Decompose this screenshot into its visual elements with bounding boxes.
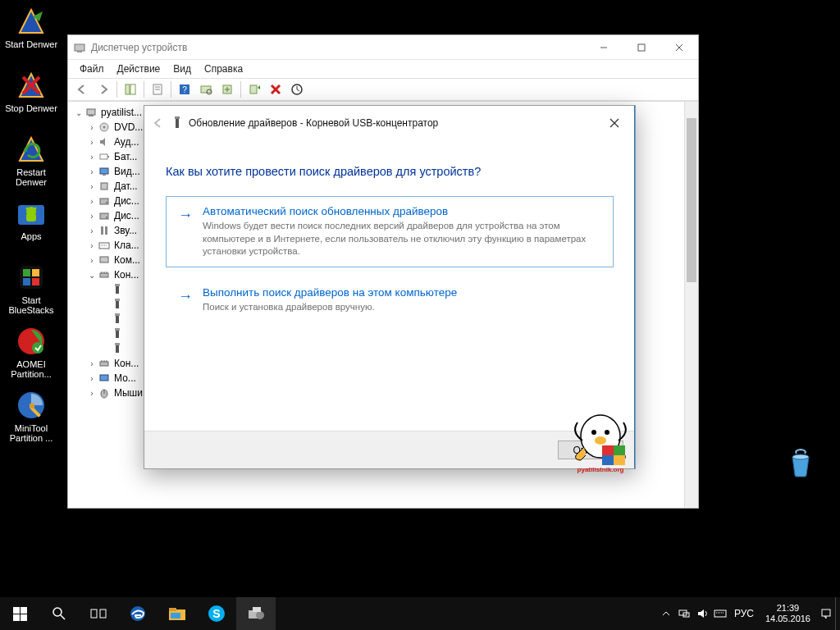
cancel-button[interactable]: Отмена — [558, 441, 623, 459]
disk-icon — [98, 209, 111, 222]
svg-rect-43 — [107, 156, 109, 158]
desktop-icon-label: MiniTool Partition ... — [0, 423, 62, 443]
svg-rect-49 — [100, 213, 108, 219]
display-icon — [98, 165, 111, 178]
show-hide-tree-button[interactable] — [121, 80, 140, 99]
svg-rect-68 — [116, 345, 119, 353]
controller-icon — [98, 357, 111, 370]
svg-point-48 — [106, 202, 107, 203]
svg-rect-62 — [116, 300, 119, 308]
start-denwer-icon — [15, 5, 48, 38]
menu-help[interactable]: Справка — [198, 62, 249, 76]
tree-node-label: Кла... — [114, 240, 139, 251]
desktop-icons-column: Start DenwerStop DenwerRestart DenwerApp… — [0, 0, 66, 448]
update-driver-button[interactable] — [217, 80, 237, 99]
svg-rect-51 — [101, 226, 103, 235]
desktop-icon-stop-denwer[interactable]: Stop Denwer — [0, 64, 62, 128]
desktop-icon-start-bluestacks[interactable]: Start BlueStacks — [0, 256, 62, 320]
recycle-bin[interactable]: Корзина — [769, 447, 832, 495]
tray-notifications-icon[interactable] — [817, 597, 835, 630]
tray-devices-icon[interactable] — [675, 597, 693, 630]
svg-rect-97 — [100, 609, 106, 618]
desktop-icon-start-denwer[interactable]: Start Denwer — [0, 0, 62, 64]
option-description: Windows будет вести поиск последних верс… — [203, 220, 601, 258]
svg-rect-56 — [100, 273, 108, 277]
svg-rect-6 — [26, 213, 36, 221]
forward-button[interactable] — [94, 80, 113, 99]
search-button[interactable] — [39, 597, 79, 630]
svg-rect-64 — [116, 315, 119, 323]
tree-node-label: Зву... — [114, 225, 137, 236]
dialog-header[interactable]: Обновление драйверов - Корневой USB-конц… — [144, 106, 635, 140]
option-browse-computer[interactable]: → Выполнить поиск драйверов на этом комп… — [166, 277, 614, 323]
tray-language[interactable]: РУС — [729, 608, 759, 619]
taskbar-edge[interactable] — [118, 597, 158, 630]
desktop-icon-apps[interactable]: Apps — [0, 192, 62, 256]
enable-button[interactable] — [244, 80, 264, 99]
svg-point-94 — [53, 608, 62, 616]
svg-point-13 — [32, 342, 43, 354]
mouse-icon — [98, 386, 111, 399]
scrollbar[interactable] — [684, 102, 698, 508]
pc-icon — [84, 106, 98, 119]
svg-rect-44 — [100, 168, 108, 174]
recycle-bin-label: Корзина — [776, 480, 826, 495]
svg-rect-101 — [171, 613, 180, 619]
desktop-icon-minitool-partition[interactable]: MiniTool Partition ... — [0, 384, 62, 448]
scan-hardware-button[interactable] — [287, 80, 307, 99]
svg-rect-74 — [100, 375, 108, 381]
desktop-icon-label: AOMEI Partition... — [0, 359, 62, 379]
minimize-button[interactable] — [585, 35, 623, 59]
option-title: Автоматический поиск обновленных драйвер… — [203, 205, 601, 217]
trash-icon — [784, 447, 817, 480]
menu-view[interactable]: Вид — [167, 62, 198, 76]
svg-rect-111 — [822, 609, 830, 616]
usb-icon — [111, 298, 124, 311]
show-desktop-button[interactable] — [835, 597, 840, 630]
svg-rect-42 — [100, 154, 107, 159]
properties-button[interactable] — [148, 80, 167, 99]
svg-point-4 — [26, 208, 29, 210]
task-view-button[interactable] — [79, 597, 118, 630]
desktop-icon-restart-denwer[interactable]: Restart Denwer — [0, 128, 62, 192]
menu-file[interactable]: Файл — [73, 62, 111, 76]
menu-action[interactable]: Действие — [111, 62, 167, 76]
tree-node-label: Дис... — [114, 210, 139, 221]
svg-point-41 — [103, 126, 106, 129]
desktop-icon-aomei-partition[interactable]: AOMEI Partition... — [0, 320, 62, 384]
svg-text:S: S — [212, 607, 220, 620]
window-title: Диспетчер устройств — [91, 42, 585, 53]
tree-node-label: Бат... — [114, 151, 137, 162]
back-arrow-icon[interactable] — [151, 117, 166, 129]
dialog-close-button[interactable] — [600, 111, 628, 135]
maximize-button[interactable] — [623, 35, 660, 59]
tray-chevron-icon[interactable] — [657, 597, 675, 630]
close-button[interactable] — [660, 35, 698, 59]
menubar: Файл Действие Вид Справка — [68, 60, 698, 78]
svg-rect-45 — [103, 174, 106, 176]
svg-rect-46 — [101, 183, 107, 189]
uninstall-button[interactable] — [266, 80, 285, 99]
disk-icon — [98, 194, 111, 208]
start-button[interactable] — [0, 597, 39, 630]
svg-rect-92 — [13, 614, 20, 621]
taskbar-device-manager[interactable] — [236, 597, 276, 630]
tray-volume-icon[interactable] — [693, 597, 711, 630]
tray-clock[interactable]: 21:39 14.05.2016 — [759, 603, 817, 624]
svg-rect-52 — [105, 226, 107, 235]
svg-rect-66 — [116, 330, 119, 338]
usb-icon — [111, 327, 124, 340]
scan-button[interactable] — [196, 80, 216, 99]
taskbar-explorer[interactable] — [158, 597, 197, 630]
option-auto-search[interactable]: → Автоматический поиск обновленных драйв… — [166, 196, 614, 267]
svg-rect-63 — [115, 299, 120, 301]
help-toolbar-button[interactable]: ? — [175, 80, 194, 99]
back-button[interactable] — [72, 80, 92, 99]
taskbar-skype[interactable]: S — [197, 597, 236, 630]
scrollbar-thumb[interactable] — [687, 118, 696, 282]
titlebar[interactable]: Диспетчер устройств — [68, 35, 698, 60]
desktop-icon-label: Apps — [21, 231, 41, 241]
svg-point-50 — [106, 217, 107, 218]
tray-keyboard-icon[interactable] — [711, 597, 729, 630]
desktop-icon-label: Start Denwer — [5, 39, 57, 49]
